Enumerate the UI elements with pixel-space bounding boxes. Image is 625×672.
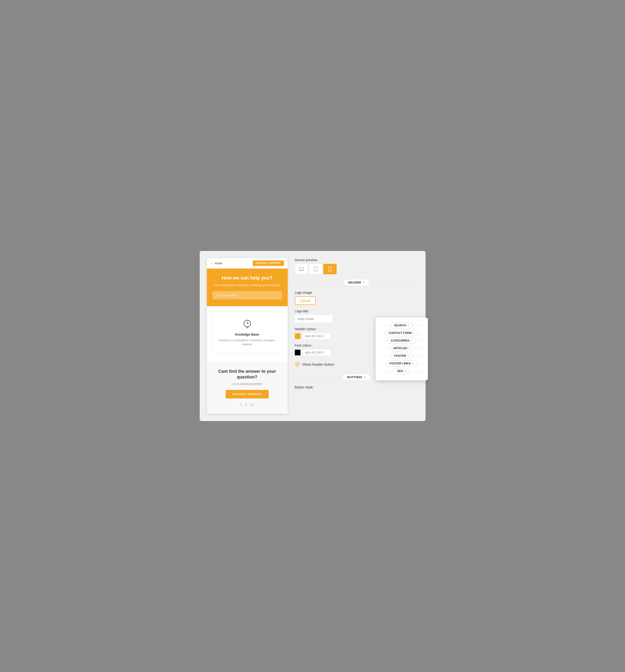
overlay-divider-r [418,363,424,364]
seo-pill-arrow: ▼ [404,370,406,372]
font-colour-swatch[interactable] [295,350,300,355]
cant-find-subtitle: Let us assist you further! [211,382,283,386]
show-header-radio[interactable] [295,362,300,367]
hero-section: How we can help you? Ask a question or d… [207,268,288,306]
mobile-icon [328,267,331,271]
logo-image-label: Logo image [295,291,418,294]
overlay-divider-r [414,348,424,349]
overlay-item-seo: SEO ▼ [379,368,424,374]
overlay-item-contact-form: CONTACT FORM ▼ [379,330,424,336]
knowledge-card: 24 Knoledge Base Replying to conversatio… [211,311,283,354]
header-pill-label: HEADER [348,281,361,284]
overlay-divider [379,371,394,371]
articles-pill[interactable]: ARTICLES ▼ [390,345,414,351]
overlay-item-search: SEARCH ▼ [379,322,424,329]
phone-preview: ⌐: know CONTACT SUPPORT How we can help … [207,258,288,414]
overlay-item-footer: FOOTER ▼ [379,353,424,359]
overlay-item-articles: ARTICLES ▼ [379,345,424,351]
show-header-label: Show header button [302,362,334,367]
knowledge-card-desc: Replying to conversations, forwading, me… [217,338,278,346]
svg-text:24: 24 [246,327,248,329]
button-style-label: Button Style: [295,385,418,389]
footer-links-pill-arrow: ▼ [412,362,414,365]
footer-pill[interactable]: FOOTER ▼ [391,353,413,359]
logo-icon: ⌐: [210,261,214,265]
cant-find-section: Cant find the answer to your question? L… [207,362,288,414]
font-colour-value[interactable]: rgba:82,183,2 [302,349,331,356]
logo-title-input[interactable] [295,315,333,323]
categories-pill-arrow: ▼ [410,339,412,342]
seo-pill[interactable]: SEO ▼ [394,368,409,374]
hero-title: How we can help you? [212,275,282,281]
knowledge-card-title: Knoledge Base [217,333,278,336]
header-pill-arrow: ▼ [362,281,365,284]
hero-subtitle: Ask a question or describe a problem you… [212,283,282,287]
footer-pill-arrow: ▼ [407,355,409,357]
logo-title-label: Logo title: [295,309,418,313]
divider-left [295,282,344,283]
overlay-divider-r [410,371,424,371]
desktop-device-button[interactable] [295,264,308,274]
overlay-item-categories: CATEGORIES ▼ [379,338,424,344]
footer-links-pill[interactable]: FOOTER LINKS ▼ [386,360,417,366]
tablet-device-button[interactable] [309,264,322,274]
phone-nav-bar: ⌐: know CONTACT SUPPORT [207,258,288,268]
header-section-divider: HEADER ▼ [295,279,418,286]
svg-point-9 [330,270,330,271]
header-contact-support-button[interactable]: CONTACT SUPPORT [253,261,284,266]
twitter-icon[interactable]: 𝕥 [245,403,247,407]
seo-pill-label: SEO [397,369,403,373]
overlay-menu-panel: SEARCH ▼ CONTACT FORM ▼ CATEGORIES ▼ [376,317,428,380]
overlay-divider [379,363,386,364]
logo-text: know [215,261,222,265]
categories-pill-label: CATEGORIES [391,339,409,342]
contact-form-pill-arrow: ▼ [412,332,415,334]
social-icons-row: f 𝕥 in [211,403,283,407]
cant-find-title: Cant find the answer to your question? [211,369,283,380]
svg-rect-4 [299,267,304,270]
facebook-icon[interactable]: f [241,403,242,407]
search-pill-label: SEARCH [394,324,406,327]
buttons-section-pill[interactable]: BUTTONS ▼ [343,374,370,381]
overlay-divider [379,348,390,349]
buttons-pill-arrow: ▼ [364,376,366,379]
divider-right [370,282,418,283]
header-colour-value[interactable]: rgba:82,183,2 [302,333,331,339]
overlay-divider-r [418,333,424,333]
laptop-icon [299,267,304,271]
search-pill[interactable]: SEARCH ▼ [391,322,413,329]
footer-links-pill-label: FOOTER LINKS [390,362,410,365]
knowledge-section: 24 Knoledge Base Replying to conversatio… [207,306,288,362]
button-style-group: Button Style: [295,385,418,389]
mobile-device-button[interactable] [323,264,336,274]
logo: ⌐: know [210,261,222,265]
contact-support-button-large[interactable]: CONTACT SUPPORT [226,390,268,399]
search-input[interactable] [212,291,282,299]
header-colour-swatch[interactable] [295,333,300,339]
tablet-icon [314,267,318,271]
logo-image-group: Logo image Upload [295,291,418,305]
upload-button[interactable]: Upload [295,296,316,305]
device-preview-label: Device preview [295,258,418,262]
linkedin-icon[interactable]: in [251,403,254,407]
contact-form-pill[interactable]: CONTACT FORM ▼ [385,330,418,336]
footer-pill-label: FOOTER [394,354,406,358]
articles-pill-arrow: ▼ [408,347,410,350]
main-container: ⌐: know CONTACT SUPPORT How we can help … [200,251,426,421]
buttons-pill-label: BUTTONS [347,375,362,379]
divider-left-2 [295,377,343,377]
categories-pill[interactable]: CATEGORIES ▼ [387,338,416,344]
clock-icon: 24 [242,318,253,330]
svg-point-7 [316,270,316,271]
articles-pill-label: ARTICLES [393,346,407,350]
contact-form-pill-label: CONTACT FORM [389,331,411,335]
device-buttons [295,264,418,274]
overlay-item-footer-links: FOOTER LINKS ▼ [379,360,424,366]
radio-inner [297,363,298,365]
header-section-pill[interactable]: HEADER ▼ [344,279,370,286]
overlay-divider [379,333,385,333]
search-pill-arrow: ▼ [407,324,409,327]
